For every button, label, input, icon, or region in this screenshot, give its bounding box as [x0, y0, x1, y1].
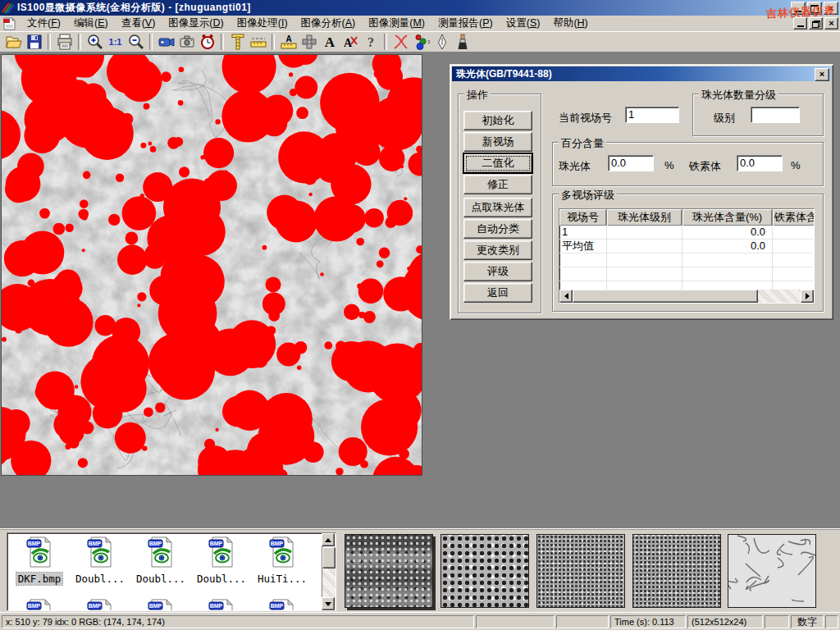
- help-icon[interactable]: ?: [360, 32, 381, 52]
- menu-item-file[interactable]: 文件(F): [21, 15, 67, 32]
- op-button-8[interactable]: 评级: [463, 262, 532, 281]
- file-item-4[interactable]: BMPDoubl...: [191, 536, 252, 586]
- dialog-close-button[interactable]: ×: [815, 68, 829, 81]
- scroll-left-button[interactable]: [559, 290, 573, 303]
- pen-icon[interactable]: [431, 32, 452, 52]
- minimize-button[interactable]: [791, 2, 806, 15]
- svg-text:BMP: BMP: [149, 541, 162, 546]
- op-button-7[interactable]: 更改类别: [463, 240, 532, 260]
- file-item-2[interactable]: BMPDoubl...: [70, 536, 130, 586]
- menu-item-measure-report[interactable]: 测量报告(P): [431, 15, 500, 32]
- scroll-up-button[interactable]: [322, 533, 335, 546]
- table-row-2[interactable]: 平均值0.0: [559, 240, 814, 253]
- menu-item-image-process[interactable]: 图像处理(I): [231, 15, 294, 32]
- mdi-restore-button[interactable]: [809, 17, 823, 30]
- table-h-scrollbar[interactable]: [559, 290, 814, 303]
- actual-size-icon[interactable]: 1:1: [105, 32, 126, 52]
- ruler-icon[interactable]: [248, 32, 268, 52]
- dialog-title-bar[interactable]: 珠光体(GB/T9441-88) ×: [452, 66, 831, 81]
- op-button-1[interactable]: 初始化: [463, 111, 532, 130]
- zoom-in-icon[interactable]: [84, 32, 105, 52]
- micrograph-thumbnail-1[interactable]: [345, 534, 433, 608]
- menu-item-settings[interactable]: 设置(S): [500, 15, 547, 32]
- table-row-1[interactable]: 10.0: [559, 226, 814, 240]
- file-item-partial[interactable]: BMP: [70, 599, 130, 611]
- scroll-down-button[interactable]: [322, 597, 335, 610]
- grade-input[interactable]: [751, 107, 800, 123]
- v-scrollbar-thumb[interactable]: [322, 547, 336, 568]
- micrograph-thumbnail-3[interactable]: [536, 534, 625, 608]
- table-header-4[interactable]: 铁素体含量(%): [773, 209, 815, 226]
- menu-item-view[interactable]: 查看(V): [115, 15, 162, 32]
- brush-icon[interactable]: [452, 32, 472, 52]
- video-camera-icon[interactable]: [156, 32, 176, 52]
- file-item-3[interactable]: BMPDoubl...: [130, 536, 191, 586]
- toolbar-separator: [272, 34, 275, 50]
- op-button-6[interactable]: 自动分类: [463, 219, 532, 239]
- measure-text-icon[interactable]: A: [278, 32, 299, 52]
- mdi-close-button[interactable]: ×: [824, 17, 838, 30]
- menu-item-image-measure[interactable]: 图像测量(M): [362, 15, 431, 32]
- pearlite-percent-input[interactable]: 0.0: [608, 155, 654, 171]
- menu-item-help[interactable]: 帮助(H): [546, 15, 594, 32]
- file-list-scrollbar[interactable]: [322, 533, 336, 610]
- status-empty-1: [476, 615, 555, 628]
- table-cell: [559, 253, 607, 267]
- table-cell: [607, 267, 682, 281]
- open-file-icon[interactable]: [3, 32, 24, 52]
- svg-text:BMP: BMP: [89, 541, 102, 546]
- table-header-3[interactable]: 珠光体含量(%): [682, 209, 773, 226]
- text-icon[interactable]: A: [319, 32, 340, 52]
- close-button[interactable]: ×: [824, 2, 838, 15]
- micrograph-thumbnail-2[interactable]: [441, 534, 529, 608]
- file-item-1[interactable]: BMPDKF.bmp: [9, 536, 70, 586]
- current-field-input[interactable]: 1: [625, 107, 679, 123]
- zoom-out-icon[interactable]: [126, 32, 146, 52]
- table-row-4[interactable]: [559, 267, 814, 281]
- op-button-2[interactable]: 新视场: [463, 132, 532, 152]
- capture-icon[interactable]: [176, 32, 197, 52]
- micrograph-thumbnail-4[interactable]: [632, 534, 721, 608]
- mdi-minimize-button[interactable]: [793, 17, 807, 30]
- status-mode: 数字: [791, 615, 824, 628]
- file-item-partial[interactable]: BMP: [191, 599, 252, 611]
- file-item-partial[interactable]: BMP: [9, 599, 70, 611]
- op-button-9[interactable]: 返回: [463, 283, 532, 303]
- scroll-right-button[interactable]: [801, 290, 814, 303]
- bmp-file-icon: BMP: [208, 556, 235, 570]
- svg-text:BMP: BMP: [271, 541, 284, 546]
- document-icon[interactable]: [2, 17, 17, 30]
- timer-icon[interactable]: [197, 32, 217, 52]
- workspace: 珠光体(GB/T9441-88) × 操作 当前视场号 1 珠光体数量分级 级别…: [0, 52, 840, 528]
- status-bar: x: 510 y: 79 idx: 0 RGB: (174, 174, 174)…: [0, 612, 840, 630]
- table-header-1[interactable]: 视场号: [559, 209, 607, 226]
- micrograph-thumbnail-5[interactable]: [728, 534, 816, 608]
- save-icon[interactable]: [24, 32, 44, 52]
- annotate-icon[interactable]: A: [340, 32, 360, 52]
- menu-item-image-analysis[interactable]: 图像分析(A): [294, 15, 363, 32]
- file-item-5[interactable]: BMPHuiTi...: [252, 536, 313, 586]
- particles-icon[interactable]: 3: [411, 32, 431, 52]
- curve-icon[interactable]: [390, 32, 411, 52]
- table-cell: [773, 267, 815, 281]
- ferrite-label: 铁素体: [689, 159, 721, 174]
- op-button-5[interactable]: 点取珠光体: [463, 198, 532, 217]
- table-cell: [559, 267, 607, 281]
- file-item-partial[interactable]: BMP: [130, 599, 191, 611]
- grade-label: 级别: [714, 111, 735, 126]
- ferrite-percent-input[interactable]: 0.0: [737, 155, 783, 171]
- micrograph-image[interactable]: [1, 54, 422, 476]
- h-scrollbar-thumb[interactable]: [573, 290, 758, 303]
- print-icon[interactable]: [54, 32, 75, 52]
- merge-icon[interactable]: [299, 32, 319, 52]
- op-button-3[interactable]: 二值化: [463, 153, 532, 173]
- file-item-partial[interactable]: BMP: [252, 599, 313, 611]
- op-button-4[interactable]: 修正: [463, 175, 532, 194]
- table-row-3[interactable]: [559, 253, 814, 267]
- menu-item-edit[interactable]: 编辑(E): [67, 15, 115, 32]
- menu-item-image-display[interactable]: 图像显示(D): [162, 15, 230, 32]
- table-cell: [607, 253, 682, 267]
- maximize-button[interactable]: [807, 2, 822, 15]
- table-header-2[interactable]: 珠光体级别: [607, 209, 682, 226]
- caliper-icon[interactable]: [227, 32, 248, 52]
